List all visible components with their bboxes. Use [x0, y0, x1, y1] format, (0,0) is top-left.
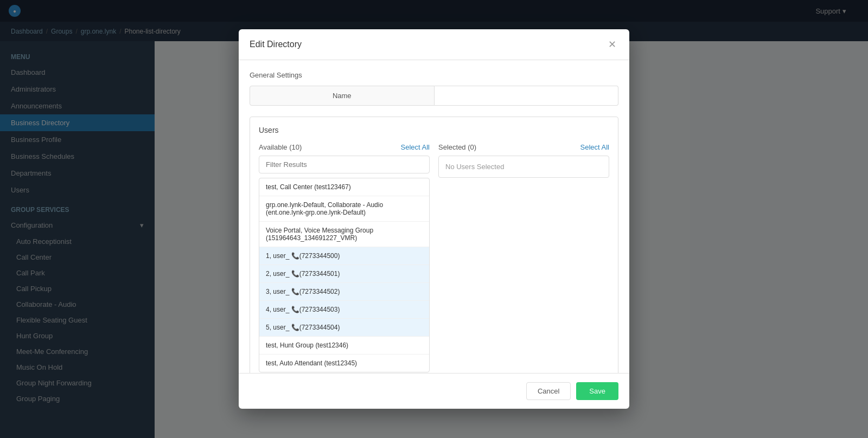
list-item[interactable]: 5, user_ 📞(7273344504) — [259, 319, 429, 337]
users-columns: Available (10) Select All test, Call Cen… — [259, 143, 609, 372]
close-icon: ✕ — [608, 38, 616, 50]
modal-close-button[interactable]: ✕ — [605, 38, 618, 51]
modal-title: Edit Directory — [250, 40, 302, 49]
selected-column: Selected (0) Select All No Users Selecte… — [438, 143, 609, 372]
list-item[interactable]: 4, user_ 📞(7273344503) — [259, 301, 429, 319]
list-item[interactable]: grp.one.lynk-Default, Collaborate - Audi… — [259, 196, 429, 222]
list-item[interactable]: 1, user_ 📞(7273344500) — [259, 247, 429, 265]
cancel-button[interactable]: Cancel — [526, 382, 571, 400]
modal-body: General Settings Name Users Available (1… — [239, 60, 629, 373]
edit-directory-modal: Edit Directory ✕ General Settings Name U… — [239, 29, 629, 409]
selected-label: Selected (0) — [438, 143, 476, 151]
users-title: Users — [259, 126, 609, 134]
save-button[interactable]: Save — [576, 382, 618, 400]
list-item[interactable]: Voice Portal, Voice Messaging Group (151… — [259, 222, 429, 247]
list-item[interactable]: test, Auto Attendant (test12345) — [259, 355, 429, 372]
list-item[interactable]: test, Hunt Group (test12346) — [259, 337, 429, 355]
name-row: Name — [250, 86, 618, 106]
list-item[interactable]: 2, user_ 📞(7273344501) — [259, 265, 429, 283]
list-item[interactable]: 3, user_ 📞(7273344502) — [259, 283, 429, 301]
general-settings-label: General Settings — [250, 71, 618, 79]
available-label: Available (10) — [259, 143, 302, 151]
name-input[interactable] — [435, 86, 619, 106]
available-users-list: test, Call Center (test123467) grp.one.l… — [259, 178, 430, 372]
name-tab: Name — [250, 86, 435, 106]
list-item[interactable]: test, Call Center (test123467) — [259, 178, 429, 196]
available-column: Available (10) Select All test, Call Cen… — [259, 143, 430, 372]
selected-header: Selected (0) Select All — [438, 143, 609, 151]
available-header: Available (10) Select All — [259, 143, 430, 151]
users-section: Users Available (10) Select All test, Ca… — [250, 117, 618, 373]
available-select-all[interactable]: Select All — [401, 143, 430, 151]
selected-select-all[interactable]: Select All — [580, 143, 609, 151]
modal-footer: Cancel Save — [239, 373, 629, 409]
no-users-selected: No Users Selected — [438, 156, 609, 178]
modal-header: Edit Directory ✕ — [239, 29, 629, 60]
filter-input[interactable] — [259, 156, 430, 173]
